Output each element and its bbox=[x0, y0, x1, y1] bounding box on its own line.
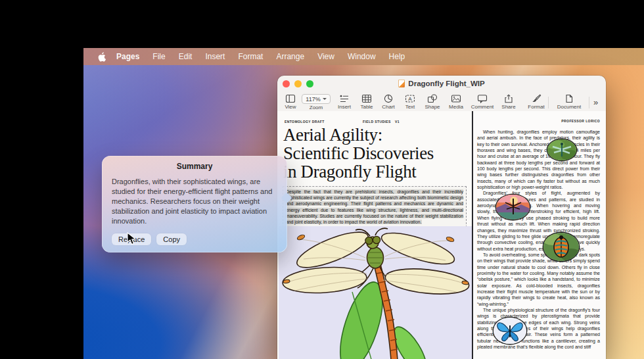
menu-item-help[interactable]: Help bbox=[382, 48, 412, 65]
document-left-column: ENTOMOLOGY DRAFT FIELD STUDIES V1 Aerial… bbox=[277, 111, 472, 359]
toolbar: View 117% Zoom Insert Table Chart A Text bbox=[277, 93, 606, 112]
body-paragraph-1[interactable]: When hunting, dragonflies employ motion … bbox=[477, 129, 600, 190]
zoom-control[interactable]: 117% Zoom bbox=[298, 94, 334, 110]
popup-title: Summary bbox=[102, 162, 287, 171]
image-icon bbox=[451, 94, 461, 103]
selected-text-block[interactable]: Despite the fact that they are prehistor… bbox=[283, 186, 467, 227]
menu-item-view[interactable]: View bbox=[311, 48, 341, 65]
shape-icon bbox=[427, 94, 438, 103]
format-button[interactable]: Format bbox=[522, 94, 551, 110]
screen: Pages File Edit Insert Format Arrange Vi… bbox=[0, 0, 644, 359]
dragonfly-illustration[interactable] bbox=[279, 226, 472, 359]
toolbar-separator bbox=[589, 97, 589, 108]
document-icon bbox=[564, 94, 574, 103]
apple-menu-icon[interactable] bbox=[97, 52, 106, 62]
doc-meta-center[interactable]: FIELD STUDIES bbox=[363, 120, 391, 124]
window-title: Dragonfly Flight_WIP bbox=[277, 80, 606, 87]
document-right-column: PROFESSOR LORICO When hunting, dragonfli… bbox=[473, 111, 605, 359]
toolbar-separator bbox=[548, 97, 549, 108]
document-headline[interactable]: Aerial Agility: Scientific Discoveries i… bbox=[283, 126, 470, 181]
menu-item-file[interactable]: File bbox=[146, 48, 172, 65]
pages-window: Dragonfly Flight_WIP View 117% Zoom Inse… bbox=[277, 76, 606, 359]
menu-bar: Pages File Edit Insert Format Arrange Vi… bbox=[83, 48, 644, 65]
comment-button[interactable]: Comment bbox=[467, 94, 498, 110]
pie-chart-icon bbox=[383, 94, 394, 103]
menu-item-format[interactable]: Format bbox=[231, 48, 269, 65]
document-canvas: ENTOMOLOGY DRAFT FIELD STUDIES V1 Aerial… bbox=[277, 111, 606, 359]
copy-button[interactable]: Copy bbox=[156, 233, 187, 245]
doc-byline[interactable]: PROFESSOR LORICO bbox=[477, 119, 600, 123]
toolbar-overflow-button[interactable]: » bbox=[593, 97, 597, 107]
mouse-cursor-icon bbox=[127, 232, 136, 248]
headline-line-2: Scientific Discoveries bbox=[283, 144, 470, 162]
selected-text: Despite the fact that they are prehistor… bbox=[286, 189, 463, 224]
window-titlebar[interactable]: Dragonfly Flight_WIP bbox=[277, 76, 606, 93]
inline-photo-beetle[interactable] bbox=[543, 233, 579, 261]
body-paragraph-3[interactable]: To avoid overheating, some species also … bbox=[477, 252, 600, 307]
comment-bubble-icon bbox=[477, 94, 488, 103]
menu-item-edit[interactable]: Edit bbox=[172, 48, 199, 65]
share-icon bbox=[503, 94, 514, 103]
insert-icon bbox=[339, 94, 350, 103]
inline-photo-dragonfly-sunset[interactable] bbox=[496, 195, 530, 220]
table-icon bbox=[361, 94, 372, 103]
chevron-down-icon bbox=[323, 98, 327, 100]
doc-meta-left[interactable]: ENTOMOLOGY DRAFT bbox=[285, 120, 325, 124]
inline-photo-butterfly[interactable] bbox=[494, 318, 526, 344]
menu-item-insert[interactable]: Insert bbox=[198, 48, 231, 65]
zoom-dropdown[interactable]: 117% bbox=[302, 94, 330, 104]
body-paragraph-2[interactable]: Dragonflies’ four styles of flight, augm… bbox=[477, 190, 600, 251]
menu-item-window[interactable]: Window bbox=[341, 48, 382, 65]
share-button[interactable]: Share bbox=[494, 94, 523, 110]
doc-meta-version[interactable]: V1 bbox=[395, 120, 400, 124]
menu-item-arrange[interactable]: Arrange bbox=[269, 48, 311, 65]
text-box-icon: A bbox=[405, 94, 415, 103]
sidebar-icon bbox=[285, 94, 296, 103]
document-button[interactable]: Document bbox=[552, 94, 586, 110]
headline-line-3: in Dragonfly Flight bbox=[283, 162, 470, 181]
popup-buttons: Replace Copy bbox=[112, 233, 187, 245]
menu-item-pages[interactable]: Pages bbox=[110, 48, 146, 65]
popup-summary-text: Dragonflies, with their sophisticated wi… bbox=[112, 177, 279, 226]
inline-photo-dragonfly-leaf[interactable] bbox=[547, 139, 576, 160]
svg-text:A: A bbox=[408, 96, 412, 102]
paintbrush-icon bbox=[531, 94, 541, 103]
headline-line-1: Aerial Agility: bbox=[283, 126, 470, 144]
pages-document-icon bbox=[398, 80, 405, 87]
